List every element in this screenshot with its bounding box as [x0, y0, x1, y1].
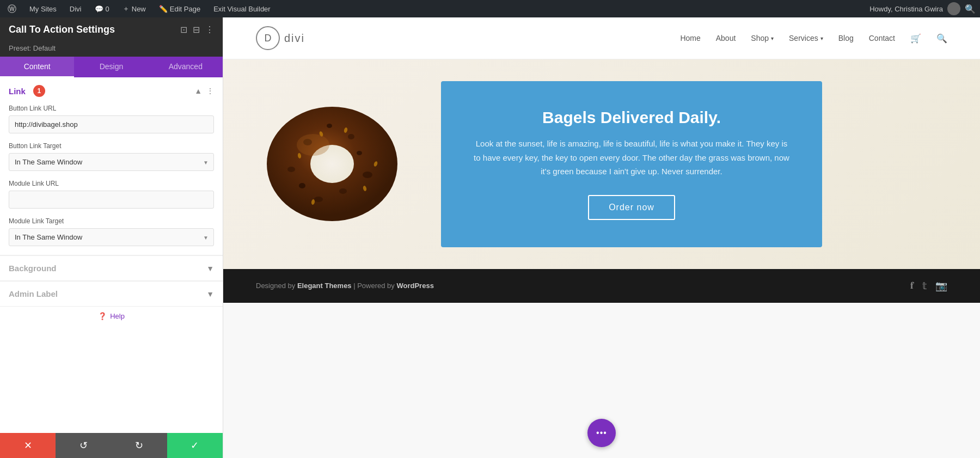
cta-button[interactable]: Order now — [588, 195, 675, 220]
tab-bar: Content Design Advanced — [0, 57, 223, 77]
module-link-target-wrapper: In The Same Window In The New Window — [9, 228, 214, 246]
more-icon[interactable]: ⋮ — [205, 25, 214, 35]
svg-point-7 — [363, 172, 372, 178]
undo-button[interactable]: ↺ — [56, 433, 111, 458]
services-chevron-icon: ▾ — [820, 35, 823, 41]
hero-section: Bagels Delivered Daily. Look at the suns… — [223, 59, 980, 269]
edit-page-link[interactable]: ✏️ Edit Page — [156, 0, 204, 17]
divi-menu[interactable]: Divi — [66, 0, 85, 17]
admin-label-section-header[interactable]: Admin Label ▼ — [0, 282, 223, 306]
link-badge: 1 — [33, 85, 45, 97]
undo-icon: ↺ — [79, 439, 88, 451]
redo-icon: ↻ — [135, 439, 143, 451]
panel-header-icons: ⊡ ⊟ ⋮ — [180, 25, 214, 35]
cancel-button[interactable]: ✕ — [0, 433, 56, 458]
redo-button[interactable]: ↻ — [112, 433, 167, 458]
left-panel: Call To Action Settings ⊡ ⊟ ⋮ Preset: De… — [0, 17, 223, 458]
logo-text: divi — [284, 32, 305, 45]
search-icon[interactable]: 🔍 — [936, 33, 947, 44]
module-link-url-input[interactable] — [9, 191, 214, 209]
admin-label-chevron-down-icon[interactable]: ▼ — [206, 290, 214, 298]
site-header: D divi Home About Shop ▾ Services ▾ — [223, 17, 980, 59]
nav-services[interactable]: Services ▾ — [789, 34, 823, 42]
module-link-url-group: Module Link URL — [0, 180, 223, 217]
link-section-title: Link 1 — [9, 85, 45, 97]
cta-text: Look at the sunset, life is amazing, lif… — [474, 137, 789, 179]
preview-area: D divi Home About Shop ▾ Services ▾ — [223, 17, 980, 458]
nav-shop[interactable]: Shop ▾ — [751, 34, 774, 42]
bagel-svg — [259, 93, 406, 235]
save-button[interactable]: ✓ — [167, 433, 223, 458]
wp-logo[interactable]: W — [4, 0, 20, 17]
nav-home[interactable]: Home — [680, 34, 700, 42]
tab-content[interactable]: Content — [0, 57, 74, 77]
facebook-icon[interactable]: 𝐟 — [910, 280, 914, 292]
module-link-target-select[interactable]: In The Same Window In The New Window — [9, 228, 214, 246]
search-icon[interactable]: 🔍 — [965, 4, 976, 14]
background-section-header[interactable]: Background ▼ — [0, 256, 223, 280]
cta-box: Bagels Delivered Daily. Look at the suns… — [441, 81, 822, 247]
svg-point-9 — [339, 188, 347, 194]
module-link-target-group: Module Link Target In The Same Window In… — [0, 217, 223, 255]
my-sites-menu[interactable]: My Sites — [26, 0, 60, 17]
fab-button[interactable]: ••• — [587, 419, 616, 447]
exit-builder-button[interactable]: Exit Visual Builder — [210, 0, 274, 17]
cart-icon[interactable]: 🛒 — [910, 33, 921, 44]
svg-text:W: W — [9, 6, 15, 12]
background-section-actions: ▼ — [206, 264, 214, 273]
nav-blog[interactable]: Blog — [838, 34, 854, 42]
nav-contact[interactable]: Contact — [869, 34, 895, 42]
module-link-url-label: Module Link URL — [9, 180, 214, 187]
link-section-header[interactable]: Link 1 ▲ ⋮ — [0, 77, 223, 105]
link-menu-icon[interactable]: ⋮ — [206, 87, 214, 95]
footer-elegant-themes: Elegant Themes — [297, 282, 352, 290]
comments-icon[interactable]: 💬 0 — [91, 0, 113, 17]
svg-point-12 — [357, 151, 362, 155]
link-section-actions: ▲ ⋮ — [194, 87, 214, 95]
button-link-target-select[interactable]: In The Same Window In The New Window — [9, 153, 214, 171]
panel-title: Call To Action Settings — [9, 24, 115, 35]
button-link-url-input[interactable] — [9, 115, 214, 133]
shop-chevron-icon: ▾ — [771, 35, 774, 41]
svg-point-5 — [348, 134, 354, 139]
background-chevron-down-icon[interactable]: ▼ — [206, 264, 214, 273]
fab-area: ••• — [223, 303, 980, 459]
fab-icon: ••• — [596, 428, 607, 438]
footer-social: 𝐟 𝕥 📷 — [910, 280, 947, 292]
new-menu[interactable]: ＋ New — [119, 0, 149, 17]
twitter-icon[interactable]: 𝕥 — [922, 280, 927, 292]
tab-design[interactable]: Design — [74, 57, 148, 77]
minimize-icon[interactable]: ⊡ — [180, 25, 187, 35]
hero-image — [256, 88, 408, 240]
admin-bar-right: Howdy, Christina Gwira 🔍 — [869, 2, 976, 15]
panel-content: Link 1 ▲ ⋮ Button Link URL Button Link T… — [0, 77, 223, 433]
button-link-target-wrapper: In The Same Window In The New Window — [9, 153, 214, 171]
panel-preset: Preset: Default — [0, 42, 223, 57]
split-icon[interactable]: ⊟ — [193, 25, 200, 35]
divi-label: Divi — [70, 5, 82, 13]
svg-point-8 — [327, 124, 332, 128]
instagram-icon[interactable]: 📷 — [935, 280, 947, 292]
footer-wordpress: WordPress — [396, 282, 433, 290]
site-nav: Home About Shop ▾ Services ▾ Blog Contac — [680, 33, 947, 44]
link-section: Link 1 ▲ ⋮ Button Link URL Button Link T… — [0, 77, 223, 255]
background-section: Background ▼ — [0, 255, 223, 280]
button-link-url-group: Button Link URL — [0, 105, 223, 142]
svg-point-11 — [314, 197, 323, 202]
preset-text: Preset: Default — [9, 44, 56, 52]
howdy-text: Howdy, Christina Gwira — [869, 5, 943, 13]
cancel-icon: ✕ — [24, 439, 32, 451]
exit-builder-label: Exit Visual Builder — [213, 5, 271, 13]
save-icon: ✓ — [191, 439, 199, 451]
help-bar[interactable]: ❓ Help — [0, 306, 223, 326]
nav-about[interactable]: About — [716, 34, 736, 42]
link-chevron-up-icon[interactable]: ▲ — [194, 87, 202, 95]
admin-label-section-actions: ▼ — [206, 290, 214, 298]
panel-header: Call To Action Settings ⊡ ⊟ ⋮ — [0, 17, 223, 42]
tab-advanced[interactable]: Advanced — [149, 57, 223, 77]
edit-page-label: Edit Page — [170, 5, 200, 13]
new-label: New — [132, 5, 146, 13]
logo-circle: D — [256, 26, 280, 50]
cta-title: Bagels Delivered Daily. — [474, 108, 789, 127]
main-layout: Call To Action Settings ⊡ ⊟ ⋮ Preset: De… — [0, 17, 980, 458]
